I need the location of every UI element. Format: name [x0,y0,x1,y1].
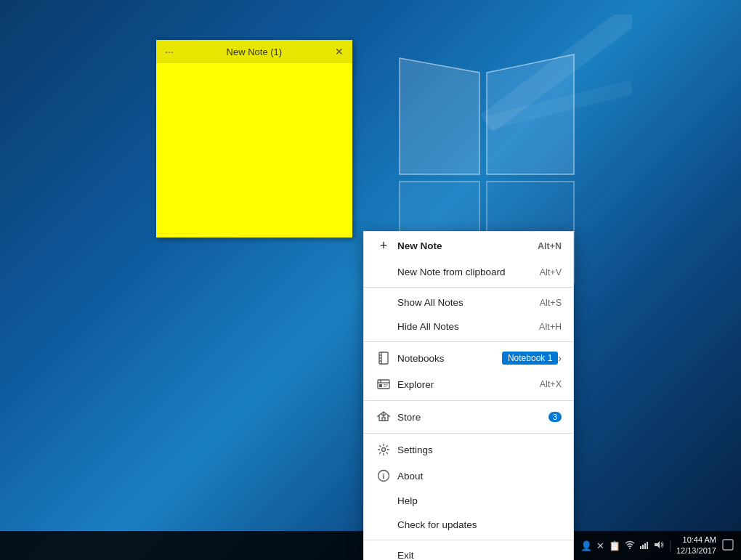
menu-divider-3 [364,400,573,401]
notebook-badge: Notebook 1 [502,352,558,365]
about-icon: i [376,469,392,482]
svg-marker-26 [655,541,660,548]
menu-item-settings[interactable]: Settings [364,437,573,463]
menu-item-store[interactable]: Store 3 [364,404,573,430]
store-label: Store [397,412,546,423]
show-all-label: Show All Notes [397,297,540,308]
taskbar-notes-icon[interactable]: 📋 [609,540,620,551]
svg-rect-23 [642,545,644,549]
menu-item-exit[interactable]: Exit [364,543,573,560]
menu-item-about[interactable]: i About [364,463,573,489]
explorer-shortcut: Alt+X [540,379,562,389]
sticky-note: ··· New Note (1) ✕ [156,40,352,238]
settings-icon [376,443,392,456]
menu-item-check-updates[interactable]: Check for updates [364,513,573,537]
svg-rect-22 [640,546,641,549]
settings-label: Settings [397,445,562,455]
sticky-note-body[interactable] [156,63,352,238]
menu-item-help[interactable]: Help [364,489,573,513]
explorer-label: Explorer [397,379,540,390]
new-note-clipboard-shortcut: Alt+V [540,267,562,277]
hide-all-label: Hide All Notes [397,321,539,332]
new-note-shortcut: Alt+N [538,241,562,251]
taskbar-date: 12/13/2017 [676,545,716,556]
menu-item-show-all[interactable]: Show All Notes Alt+S [364,291,573,315]
chevron-right-icon: › [558,352,562,364]
menu-divider-4 [364,433,573,434]
about-label: About [397,471,562,482]
help-label: Help [397,495,562,506]
hide-all-shortcut: Alt+H [539,322,562,332]
taskbar-system-icons: 👤 ✕ 📋 [580,540,671,551]
menu-item-notebooks[interactable]: Notebooks Notebook 1 › [364,345,573,371]
svg-rect-24 [644,543,646,549]
menu-item-hide-all[interactable]: Hide All Notes Alt+H [364,315,573,338]
taskbar-right: 👤 ✕ 📋 [580,535,734,557]
svg-marker-0 [400,58,479,174]
sticky-note-header: ··· New Note (1) ✕ [156,40,352,63]
notebooks-label: Notebooks [397,353,496,364]
new-note-label: New Note [397,240,538,251]
explorer-icon [376,378,392,391]
svg-rect-25 [647,542,648,549]
taskbar-time: 10:44 AM [676,535,716,545]
menu-item-new-note[interactable]: + New Note Alt+N [364,232,573,260]
svg-point-18 [382,448,386,452]
svg-rect-11 [378,380,389,389]
taskbar-notification-icon[interactable] [722,539,734,553]
store-icon [376,410,392,423]
taskbar-volume-icon[interactable] [654,540,664,551]
menu-divider-1 [364,287,573,288]
menu-divider-2 [364,341,573,342]
notebook-icon [376,352,392,365]
svg-rect-16 [384,386,386,388]
context-menu: + New Note Alt+N New Note from clipboard… [363,231,574,560]
taskbar-clock[interactable]: 10:44 AM 12/13/2017 [676,535,716,557]
taskbar-person-icon[interactable]: 👤 [580,540,592,551]
taskbar-x-icon[interactable]: ✕ [596,540,604,551]
svg-text:i: i [383,472,385,480]
new-note-clipboard-label: New Note from clipboard [397,267,540,277]
show-all-shortcut: Alt+S [540,298,562,308]
svg-rect-15 [384,384,388,386]
sticky-close-button[interactable]: ✕ [332,44,347,59]
sticky-menu-button[interactable]: ··· [162,44,177,59]
svg-rect-27 [723,540,733,550]
sticky-note-controls: ··· [162,44,177,59]
menu-item-new-note-clipboard[interactable]: New Note from clipboard Alt+V [364,260,573,284]
menu-divider-5 [364,540,573,540]
svg-point-21 [629,548,631,549]
sticky-note-title: New Note (1) [177,46,332,57]
exit-label: Exit [397,550,562,560]
menu-item-explorer[interactable]: Explorer Alt+X [364,371,573,397]
store-badge: 3 [548,412,562,422]
check-updates-label: Check for updates [397,519,562,530]
taskbar-wifi-icon[interactable] [625,540,635,551]
plus-icon: + [376,238,392,253]
taskbar-network-icon[interactable] [639,540,649,551]
sticky-close-controls: ✕ [332,44,347,59]
svg-rect-14 [379,384,382,387]
